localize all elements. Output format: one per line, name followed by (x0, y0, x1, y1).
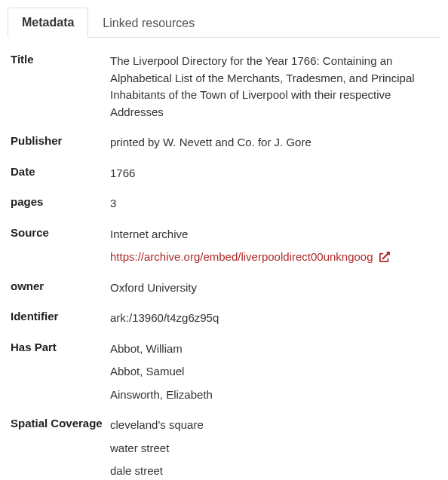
spatial-item: water street (110, 440, 437, 457)
source-link[interactable]: https://archive.org/embed/liverpooldirec… (110, 249, 390, 266)
value-pages: 3 (110, 195, 437, 212)
source-name: Internet archive (110, 226, 437, 243)
has-part-item: Ainsworth, Elizabeth (110, 387, 437, 404)
value-has-part: Abbot, William Abbot, Samuel Ainsworth, … (110, 341, 437, 404)
field-owner: owner Oxford University (11, 280, 437, 297)
label-publisher: Publisher (11, 134, 110, 147)
tab-metadata[interactable]: Metadata (8, 8, 88, 38)
label-owner: owner (11, 280, 110, 292)
value-spatial-coverage: cleveland's square water street dale str… (110, 417, 437, 480)
spatial-item: cleveland's square (110, 417, 437, 434)
label-source: Source (11, 226, 110, 239)
label-identifier: Identifier (11, 310, 110, 323)
tab-bar: Metadata Linked resources (8, 8, 440, 38)
value-source: Internet archive https://archive.org/emb… (110, 226, 437, 266)
field-spatial-coverage: Spatial Coverage cleveland's square wate… (11, 417, 437, 480)
label-date: Date (11, 165, 110, 178)
external-link-icon (379, 252, 390, 262)
field-date: Date 1766 (11, 165, 437, 182)
field-source: Source Internet archive https://archive.… (11, 226, 437, 266)
has-part-item: Abbot, Samuel (110, 363, 437, 381)
label-has-part: Has Part (11, 341, 110, 353)
label-spatial-coverage: Spatial Coverage (11, 417, 110, 430)
source-link-text: https://archive.org/embed/liverpooldirec… (110, 249, 373, 266)
value-title: The Liverpool Directory for the Year 176… (110, 53, 437, 121)
label-pages: pages (11, 195, 110, 208)
value-owner: Oxford University (110, 280, 437, 297)
field-identifier: Identifier ark:/13960/t4zg6z95q (11, 310, 437, 327)
field-title: Title The Liverpool Directory for the Ye… (11, 53, 437, 121)
field-has-part: Has Part Abbot, William Abbot, Samuel Ai… (11, 341, 437, 404)
label-title: Title (11, 53, 110, 66)
tab-linked-resources[interactable]: Linked resources (88, 8, 209, 38)
field-publisher: Publisher printed by W. Nevett and Co. f… (11, 134, 437, 151)
spatial-item: dale street (110, 463, 437, 480)
has-part-item: Abbot, William (110, 341, 437, 358)
value-publisher: printed by W. Nevett and Co. for J. Gore (110, 134, 437, 151)
metadata-panel: Title The Liverpool Directory for the Ye… (8, 38, 440, 480)
value-identifier: ark:/13960/t4zg6z95q (110, 310, 437, 327)
field-pages: pages 3 (11, 195, 437, 212)
value-date: 1766 (110, 165, 437, 182)
